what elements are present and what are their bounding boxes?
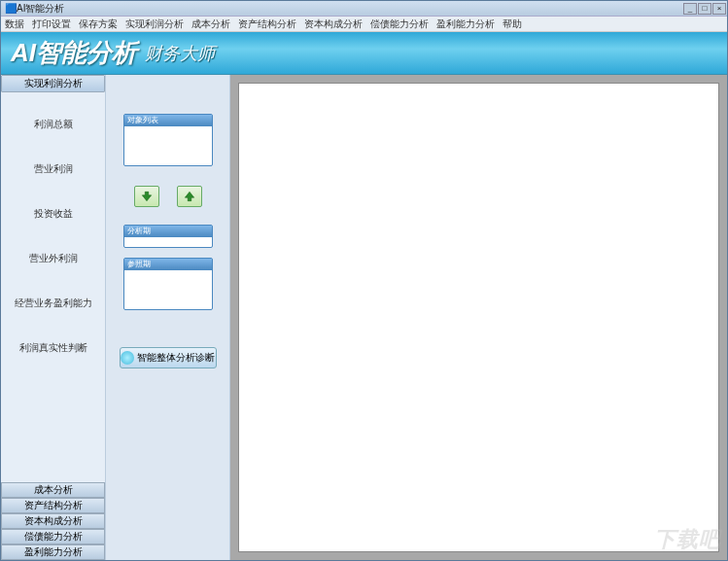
banner-subtitle: 财务大师 xyxy=(145,42,215,65)
arrow-down-button[interactable] xyxy=(134,186,159,207)
bottom-tab-cost[interactable]: 成本分析 xyxy=(1,482,105,498)
sidebar-header-button[interactable]: 实现利润分析 xyxy=(1,75,105,92)
reference-period-box[interactable]: 参照期 xyxy=(123,258,213,310)
sidebar-item-profit-auth[interactable]: 利润真实性判断 xyxy=(19,341,87,355)
minimize-button[interactable]: _ xyxy=(683,3,697,15)
menu-save[interactable]: 保存方案 xyxy=(79,18,118,31)
menubar: 数据 打印设置 保存方案 实现利润分析 成本分析 资产结构分析 资本构成分析 偿… xyxy=(1,17,727,32)
blank-page xyxy=(238,83,719,552)
analysis-period-label: 分析期 xyxy=(124,226,212,237)
object-list-box[interactable]: 对象列表 xyxy=(123,114,213,166)
document-area xyxy=(230,75,727,560)
bottom-tab-debt[interactable]: 偿债能力分析 xyxy=(1,529,105,544)
titlebar-icon: 🟦 xyxy=(5,3,17,14)
menu-profit[interactable]: 实现利润分析 xyxy=(125,18,184,31)
titlebar: 🟦 AI智能分析 _ □ × xyxy=(1,1,727,17)
window-title: AI智能分析 xyxy=(17,2,64,16)
menu-debt[interactable]: 偿债能力分析 xyxy=(370,18,429,31)
bottom-tab-earning[interactable]: 盈利能力分析 xyxy=(1,544,105,560)
analyze-button-label: 智能整体分析诊断 xyxy=(137,351,215,365)
bottom-tab-asset[interactable]: 资产结构分析 xyxy=(1,498,105,513)
banner: AI智能分析 财务大师 xyxy=(1,32,727,75)
sidebar-item-total-profit[interactable]: 利润总额 xyxy=(34,118,73,131)
arrow-down-icon xyxy=(140,190,154,203)
arrow-up-button[interactable] xyxy=(177,186,202,207)
object-list-label: 对象列表 xyxy=(124,115,212,126)
menu-data[interactable]: 数据 xyxy=(5,18,24,31)
banner-logo: AI智能分析 xyxy=(11,36,137,70)
analyze-icon xyxy=(121,351,134,365)
app-window: 🟦 AI智能分析 _ □ × 数据 打印设置 保存方案 实现利润分析 成本分析 … xyxy=(0,0,728,561)
menu-asset[interactable]: 资产结构分析 xyxy=(238,18,296,31)
sidebar-item-operating-profit[interactable]: 营业利润 xyxy=(34,162,73,176)
maximize-button[interactable]: □ xyxy=(698,3,711,15)
menu-help[interactable]: 帮助 xyxy=(503,18,522,31)
menu-capital[interactable]: 资本构成分析 xyxy=(304,18,363,31)
menu-print[interactable]: 打印设置 xyxy=(32,18,71,31)
bottom-tab-capital[interactable]: 资本构成分析 xyxy=(1,513,105,529)
sidebar-item-nonop-profit[interactable]: 营业外利润 xyxy=(29,252,78,265)
sidebar-item-biz-ability[interactable]: 经营业务盈利能力 xyxy=(15,297,92,310)
control-panel: 对象列表 分析期 参照期 智能整体分析诊断 xyxy=(106,75,230,560)
close-button[interactable]: × xyxy=(712,3,726,15)
reference-period-label: 参照期 xyxy=(124,259,212,270)
menu-earning[interactable]: 盈利能力分析 xyxy=(436,18,495,31)
analysis-period-box[interactable]: 分析期 xyxy=(123,225,213,248)
arrow-up-icon xyxy=(183,190,196,203)
sidebar-item-investment[interactable]: 投资收益 xyxy=(34,207,73,221)
analyze-button[interactable]: 智能整体分析诊断 xyxy=(120,347,217,368)
sidebar: 实现利润分析 利润总额 营业利润 投资收益 营业外利润 经营业务盈利能力 利润真… xyxy=(1,75,106,560)
menu-cost[interactable]: 成本分析 xyxy=(191,18,230,31)
